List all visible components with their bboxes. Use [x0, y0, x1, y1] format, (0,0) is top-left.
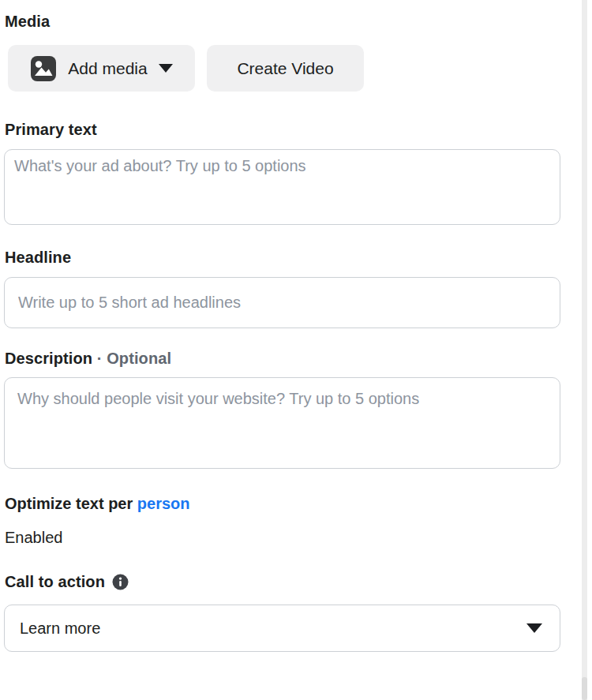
ad-setup-panel: Media Add media Create Video Primary tex… — [0, 0, 592, 700]
description-input[interactable] — [4, 377, 560, 469]
scrollbar-thumb[interactable] — [582, 677, 587, 700]
optimize-text-label: Optimize text per person — [5, 495, 190, 513]
info-icon[interactable] — [112, 574, 129, 590]
caret-down-icon — [159, 64, 173, 73]
create-video-button[interactable]: Create Video — [207, 45, 364, 92]
create-video-button-label: Create Video — [237, 59, 333, 78]
headline-input[interactable] — [4, 277, 560, 328]
add-media-button-label: Add media — [68, 59, 147, 78]
optimize-status: Enabled — [5, 529, 62, 547]
cta-label-row: Call to action — [5, 573, 129, 591]
optimize-text-prefix: Optimize text per — [5, 495, 137, 512]
description-label: Description — [5, 350, 92, 367]
caret-down-icon — [526, 623, 542, 633]
primary-text-input[interactable] — [4, 149, 560, 225]
cta-label: Call to action — [5, 573, 105, 591]
add-media-button[interactable]: Add media — [8, 45, 195, 92]
person-link[interactable]: person — [137, 495, 190, 512]
headline-label: Headline — [5, 249, 71, 267]
cta-selected-value: Learn more — [20, 620, 100, 638]
scrollbar-track[interactable] — [582, 0, 587, 700]
cta-select[interactable]: Learn more — [4, 605, 560, 652]
description-label-row: Description · Optional — [5, 350, 171, 368]
description-optional-suffix: · Optional — [97, 350, 171, 367]
photo-icon — [30, 55, 57, 82]
primary-text-label: Primary text — [5, 121, 97, 139]
media-section-label: Media — [5, 13, 50, 31]
